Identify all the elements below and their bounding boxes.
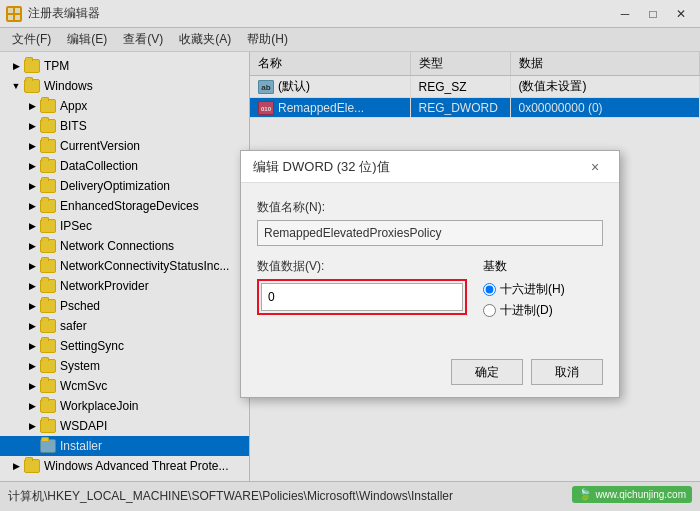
value-data-section: 数值数据(V): <box>257 258 467 315</box>
radio-dec-label: 十进制(D) <box>500 302 553 319</box>
radio-dec[interactable] <box>483 304 496 317</box>
dialog-body: 数值名称(N): 数值数据(V): 基数 十六进制(H) <box>241 183 619 351</box>
watermark-url: www.qichunjing.com <box>595 489 686 500</box>
watermark: 🍃 www.qichunjing.com <box>572 486 692 503</box>
dialog-title: 编辑 DWORD (32 位)值 <box>253 158 390 176</box>
radio-hex-label: 十六进制(H) <box>500 281 565 298</box>
edit-dword-dialog: 编辑 DWORD (32 位)值 × 数值名称(N): 数值数据(V): 基数 <box>240 150 620 398</box>
dialog-title-bar: 编辑 DWORD (32 位)值 × <box>241 151 619 183</box>
dialog-close-button[interactable]: × <box>583 156 607 178</box>
watermark-icon: 🍃 <box>578 488 592 500</box>
confirm-button[interactable]: 确定 <box>451 359 523 385</box>
cancel-button[interactable]: 取消 <box>531 359 603 385</box>
dialog-buttons: 确定 取消 <box>241 351 619 397</box>
dialog-overlay: 编辑 DWORD (32 位)值 × 数值名称(N): 数值数据(V): 基数 <box>0 0 700 511</box>
base-section: 基数 十六进制(H) 十进制(D) <box>483 258 603 323</box>
radio-hex-row: 十六进制(H) <box>483 281 603 298</box>
dialog-middle-row: 数值数据(V): 基数 十六进制(H) 十进制(D) <box>257 258 603 323</box>
value-name-input[interactable] <box>257 220 603 246</box>
radio-hex[interactable] <box>483 283 496 296</box>
radio-dec-row: 十进制(D) <box>483 302 603 319</box>
field-label-name: 数值名称(N): <box>257 199 603 216</box>
value-data-input[interactable] <box>261 283 463 311</box>
field-label-data: 数值数据(V): <box>257 258 467 275</box>
base-label: 基数 <box>483 258 603 275</box>
value-input-wrapper <box>257 279 467 315</box>
